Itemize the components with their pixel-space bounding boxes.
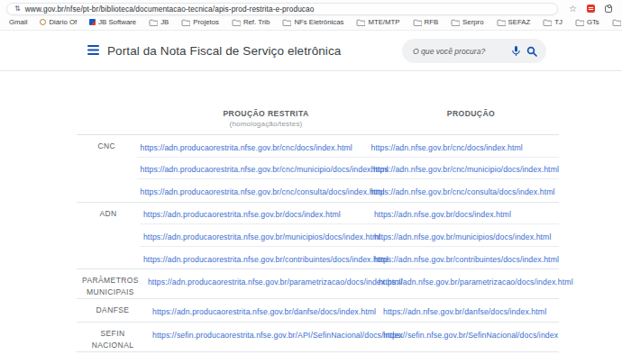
table-row: https://adn.producaorestrita.nfse.gov.br… [137, 135, 559, 158]
table-row: https://adn.producaorestrita.nfse.gov.br… [140, 224, 559, 247]
table-row: https://adn.producaorestrita.nfse.gov.br… [137, 158, 559, 180]
site-settings-icon[interactable]: ⇅ [14, 5, 21, 13]
url-text: www.gov.br/nfse/pt-br/biblioteca/documen… [25, 5, 315, 14]
table-row: https://adn.producaorestrita.nfse.gov.br… [144, 269, 573, 292]
logo-icon [89, 19, 96, 25]
bookmark-item[interactable]: GTs [575, 18, 599, 26]
folder-icon [543, 19, 552, 26]
search-icon[interactable] [526, 46, 537, 57]
bookmark-item[interactable]: JB Software [89, 18, 136, 26]
bookmark-star-icon[interactable]: ☆ [569, 5, 577, 14]
table-group: PARÂMETROS MUNICIPAIS https://adn.produc… [77, 269, 559, 299]
bookmark-item[interactable]: Projetos [181, 18, 219, 26]
bookmark-item[interactable]: NFs Eletrônicas [282, 18, 343, 26]
folder-icon [575, 19, 584, 26]
table-group: CNC https://adn.producaorestrita.nfse.go… [77, 135, 559, 203]
bookmark-item[interactable]: Ref. Trib [232, 18, 270, 26]
bookmark-item[interactable]: Serpro [451, 18, 483, 26]
search-box[interactable] [402, 39, 546, 63]
link-producao[interactable]: https://adn.nfse.gov.br/cnc/municipio/do… [371, 165, 559, 174]
table-group: DANFSE https://adn.producaorestrita.nfse… [77, 299, 559, 323]
link-producao[interactable]: https://adn.nfse.gov.br/municipios/docs/… [374, 232, 552, 241]
column-header-restrita: PROUÇÃO RESTRITA [149, 109, 383, 118]
column-header-producao: PRODUÇÃO [383, 109, 559, 118]
bookmark-item[interactable]: SEFAZ [497, 18, 531, 26]
extensions-icon[interactable] [605, 5, 612, 13]
folder-icon [149, 19, 158, 26]
link-restrita[interactable]: https://adn.producaorestrita.nfse.gov.br… [148, 278, 403, 287]
url-bar[interactable]: ⇅ www.gov.br/nfse/pt-br/biblioteca/docum… [6, 3, 558, 15]
folder-icon [413, 19, 422, 26]
link-restrita[interactable]: https://adn.producaorestrita.nfse.gov.br… [141, 143, 352, 152]
folder-icon [282, 19, 291, 26]
search-input[interactable] [413, 47, 506, 56]
folder-icon [612, 19, 621, 26]
address-bar-row: ⇅ www.gov.br/nfse/pt-br/biblioteca/docum… [0, 0, 622, 16]
link-restrita[interactable]: https://adn.producaorestrita.nfse.gov.br… [143, 210, 341, 219]
column-subheader-restrita: (homologação/testes) [149, 120, 383, 128]
link-restrita[interactable]: https://adn.producaorestrita.nfse.gov.br… [141, 165, 389, 174]
extension-icon-red[interactable] [587, 5, 595, 13]
link-restrita[interactable]: https://adn.producaorestrita.nfse.gov.br… [152, 307, 376, 316]
site-header: Portal da Nota Fiscal de Serviço eletrôn… [0, 31, 622, 71]
table-row: https://adn.producaorestrita.nfse.gov.br… [140, 203, 559, 225]
browser-chrome: ⇅ www.gov.br/nfse/pt-br/biblioteca/docum… [0, 0, 622, 31]
row-label: SEFIN NACIONAL [77, 323, 149, 351]
bookmark-item[interactable]: Diário Of [40, 18, 77, 26]
link-producao[interactable]: https://sefin.nfse.gov.br/SefinNacional/… [383, 331, 558, 340]
link-producao[interactable]: https://adn.nfse.gov.br/parametrizacao/d… [379, 278, 573, 287]
link-restrita[interactable]: https://adn.producaorestrita.nfse.gov.br… [141, 187, 385, 196]
bookmarks-bar: Gmail Diário Of JB Software JB Projetos … [0, 16, 622, 31]
row-label: CNC [77, 135, 137, 202]
api-table: PROUÇÃO RESTRITA (homologação/testes) PR… [77, 104, 559, 352]
link-producao[interactable]: https://adn.nfse.gov.br/cnc/consulta/doc… [371, 187, 555, 196]
table-group: SEFIN NACIONAL https://sefin.producaores… [77, 323, 559, 352]
bookmark-item[interactable]: Partic [612, 18, 622, 26]
bookmark-item[interactable]: MTE/MTP [356, 18, 399, 26]
bookmark-item[interactable]: TJ [543, 18, 563, 26]
row-label: ADN [77, 203, 140, 269]
bookmark-item[interactable]: Gmail [9, 18, 27, 26]
link-restrita[interactable]: https://adn.producaorestrita.nfse.gov.br… [143, 255, 389, 264]
table-row: https://adn.producaorestrita.nfse.gov.br… [137, 179, 559, 202]
folder-icon [181, 19, 190, 26]
bookmark-item[interactable]: JB [149, 18, 169, 26]
link-restrita[interactable]: https://adn.producaorestrita.nfse.gov.br… [143, 232, 380, 241]
link-producao[interactable]: https://adn.nfse.gov.br/danfse/docs/inde… [383, 307, 546, 316]
table-row: https://adn.producaorestrita.nfse.gov.br… [140, 247, 559, 269]
table-group: ADN https://adn.producaorestrita.nfse.go… [77, 203, 559, 270]
folder-icon [451, 19, 460, 26]
globe-icon [40, 19, 46, 25]
folder-icon [232, 19, 241, 26]
table-row: https://adn.producaorestrita.nfse.gov.br… [149, 299, 559, 322]
link-producao[interactable]: https://adn.nfse.gov.br/docs/index.html [374, 210, 511, 219]
page-title: Portal da Nota Fiscal de Serviço eletrôn… [107, 44, 341, 58]
row-label: PARÂMETROS MUNICIPAIS [77, 269, 144, 298]
link-restrita[interactable]: https://sefin.producaorestrita.nfse.gov.… [152, 331, 403, 340]
mic-icon[interactable] [512, 46, 520, 57]
folder-icon [497, 19, 506, 26]
link-producao[interactable]: https://adn.nfse.gov.br/cnc/docs/index.h… [371, 143, 523, 152]
bookmark-item[interactable]: RFB [413, 18, 439, 26]
link-producao[interactable]: https://adn.nfse.gov.br/contribuintes/do… [374, 255, 559, 264]
row-label: DANFSE [77, 299, 149, 322]
menu-icon[interactable] [87, 42, 99, 59]
table-row: https://sefin.producaorestrita.nfse.gov.… [149, 323, 559, 345]
folder-icon [356, 19, 365, 26]
table-header: PROUÇÃO RESTRITA (homologação/testes) PR… [77, 104, 559, 135]
